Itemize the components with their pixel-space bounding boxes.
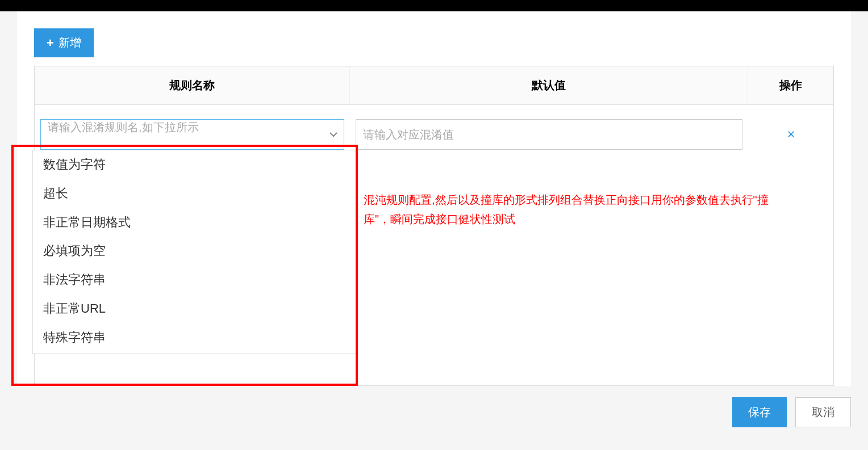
dropdown-item[interactable]: 非正常日期格式 — [33, 208, 356, 237]
dropdown-item[interactable]: 超长 — [33, 179, 356, 208]
top-bar — [0, 0, 868, 11]
add-button[interactable]: + 新增 — [34, 28, 94, 57]
dropdown-item[interactable]: 特殊字符串 — [33, 323, 356, 352]
annotation-text: 混沌规则配置,然后以及撞库的形式排列组合替换正向接口用你的参数值去执行"撞库"，… — [364, 190, 778, 229]
dropdown-item[interactable]: 数值为字符 — [33, 150, 356, 179]
footer-buttons: 保存 取消 — [732, 397, 851, 427]
header-rule-name: 规则名称 — [35, 66, 350, 104]
header-default-value: 默认值 — [350, 66, 748, 104]
dropdown-item[interactable]: 非法字符串 — [33, 266, 356, 295]
rule-name-select[interactable]: 请输入混淆规则名,如下拉所示 — [40, 119, 344, 150]
cell-action: ✕ — [748, 119, 833, 150]
table-header: 规则名称 默认值 操作 — [35, 66, 833, 105]
add-button-label: 新增 — [59, 35, 81, 51]
plus-icon: + — [47, 36, 54, 51]
dropdown-item[interactable]: 非正常URL — [33, 295, 356, 323]
rule-select-wrapper: 请输入混淆规则名,如下拉所示 数值为字符 超长 非正常日期格式 必填项为空 非法… — [40, 119, 344, 150]
save-button[interactable]: 保存 — [732, 397, 787, 427]
dropdown-item[interactable]: 必填项为空 — [33, 237, 356, 266]
cell-default-value — [350, 119, 748, 150]
header-section: + 新增 — [17, 11, 851, 66]
dropdown-item[interactable]: 边界值 — [33, 352, 356, 354]
default-value-input[interactable] — [356, 119, 742, 150]
cancel-button[interactable]: 取消 — [795, 397, 851, 427]
rule-dropdown-list[interactable]: 数值为字符 超长 非正常日期格式 必填项为空 非法字符串 非正常URL 特殊字符… — [32, 150, 356, 354]
header-action: 操作 — [748, 66, 833, 104]
table-row: 请输入混淆规则名,如下拉所示 数值为字符 超长 非正常日期格式 必填项为空 非法… — [35, 105, 833, 164]
cell-rule-name: 请输入混淆规则名,如下拉所示 数值为字符 超长 非正常日期格式 必填项为空 非法… — [35, 119, 350, 150]
delete-row-icon[interactable]: ✕ — [787, 128, 795, 141]
